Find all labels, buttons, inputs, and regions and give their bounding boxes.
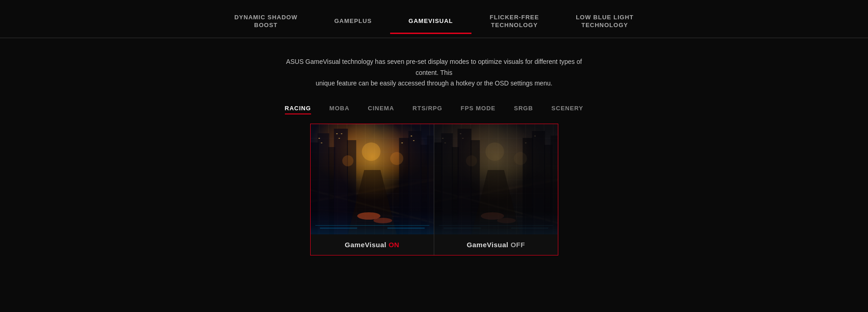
gamevisual-on-image xyxy=(311,124,435,234)
svg-rect-25 xyxy=(413,140,414,141)
gamevisual-off-image xyxy=(434,124,558,234)
svg-rect-15 xyxy=(315,225,429,226)
svg-point-36 xyxy=(466,155,477,166)
svg-rect-20 xyxy=(336,133,337,134)
svg-rect-21 xyxy=(338,138,340,139)
city-svg-on xyxy=(311,124,434,234)
svg-point-39 xyxy=(481,212,504,220)
svg-rect-17 xyxy=(387,227,425,229)
svg-rect-24 xyxy=(410,136,412,136)
svg-point-13 xyxy=(357,212,380,220)
tab-gamevisual[interactable]: GAMEVISUAL xyxy=(390,13,471,34)
svg-point-11 xyxy=(390,152,403,165)
svg-rect-32 xyxy=(532,131,545,234)
description-text: ASUS GameVisual technology has seven pre… xyxy=(273,38,595,103)
svg-rect-29 xyxy=(458,129,471,234)
svg-rect-23 xyxy=(401,142,403,143)
mode-tab-moba[interactable]: MOBA xyxy=(329,103,350,114)
svg-point-14 xyxy=(373,218,392,223)
tab-gameplus[interactable]: GAMEPLUS xyxy=(316,13,390,34)
svg-point-35 xyxy=(485,142,504,161)
mode-tab-fps-mode[interactable]: FPS mode xyxy=(461,103,496,114)
comparison-container: GameVisual ON GameVisual OFF xyxy=(310,124,558,255)
on-screenshot xyxy=(311,124,434,234)
city-svg-off xyxy=(434,124,558,234)
svg-rect-4 xyxy=(347,140,356,234)
mode-tab-srgb[interactable]: sRGB xyxy=(514,103,533,114)
off-screenshot xyxy=(434,124,558,234)
svg-rect-22 xyxy=(340,133,342,134)
svg-rect-34 xyxy=(550,136,557,234)
svg-point-37 xyxy=(514,152,527,165)
svg-rect-41 xyxy=(439,225,553,226)
comparison-images xyxy=(311,124,558,234)
svg-point-9 xyxy=(362,142,380,161)
mode-tabs: Racing MOBA Cinema RTS/RPG FPS mode sRGB… xyxy=(0,103,868,124)
svg-rect-27 xyxy=(441,133,453,234)
svg-rect-44 xyxy=(442,138,443,139)
tab-dynamic-shadow-boost[interactable]: DYNAMIC SHADOWBOOST xyxy=(216,9,316,38)
mode-tab-racing[interactable]: Racing xyxy=(285,103,311,114)
svg-rect-43 xyxy=(511,227,548,229)
svg-rect-19 xyxy=(321,142,322,143)
svg-rect-1 xyxy=(318,133,329,234)
on-label: GameVisual ON xyxy=(311,234,435,255)
svg-rect-48 xyxy=(525,142,527,143)
svg-rect-47 xyxy=(462,138,464,139)
svg-rect-46 xyxy=(460,133,461,134)
svg-rect-3 xyxy=(334,129,347,234)
off-label: GameVisual OFF xyxy=(434,234,558,255)
nav-tabs: DYNAMIC SHADOWBOOST GAMEPLUS GAMEVISUAL … xyxy=(0,0,868,38)
svg-point-40 xyxy=(497,218,516,223)
mode-tab-rts-rpg[interactable]: RTS/RPG xyxy=(413,103,443,114)
svg-rect-6 xyxy=(408,131,421,234)
comparison-wrapper: GameVisual ON GameVisual OFF xyxy=(0,124,868,269)
mode-tab-scenery[interactable]: Scenery xyxy=(551,103,583,114)
svg-rect-5 xyxy=(399,138,409,234)
svg-point-10 xyxy=(342,155,353,166)
svg-rect-45 xyxy=(444,142,446,143)
mode-tab-cinema[interactable]: Cinema xyxy=(368,103,394,114)
svg-rect-8 xyxy=(427,136,434,234)
svg-rect-18 xyxy=(318,138,320,139)
svg-rect-30 xyxy=(471,140,480,234)
comparison-labels: GameVisual ON GameVisual OFF xyxy=(311,234,558,255)
svg-rect-42 xyxy=(443,227,481,229)
svg-rect-16 xyxy=(320,227,357,229)
tab-flicker-free[interactable]: FLICKER-FREETECHNOLOGY xyxy=(471,9,557,38)
tab-low-blue-light[interactable]: LOW BLUE LIGHTTECHNOLOGY xyxy=(557,9,652,38)
svg-rect-31 xyxy=(523,138,533,234)
svg-rect-49 xyxy=(534,136,536,136)
